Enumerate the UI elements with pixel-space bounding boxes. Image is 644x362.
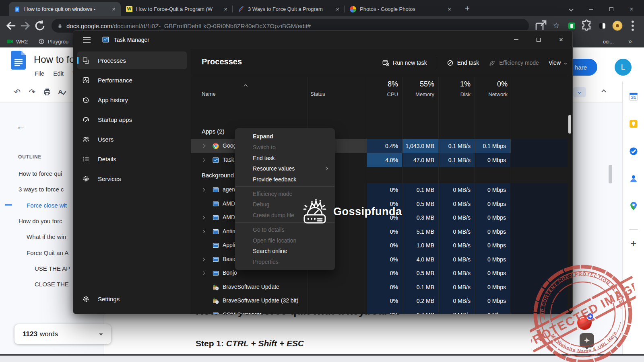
view-button[interactable]: View bbox=[549, 60, 567, 66]
bookmark-item[interactable]: WR2 bbox=[6, 38, 28, 45]
sidebar-item-users[interactable]: Users bbox=[77, 130, 187, 148]
hide-outline-icon[interactable]: ← bbox=[16, 121, 26, 132]
browser-tab[interactable]: W How to Force-Quit a Program (W × bbox=[121, 2, 233, 16]
redo-icon[interactable]: ↷ bbox=[28, 86, 37, 97]
window-minimize-icon[interactable] bbox=[589, 9, 593, 10]
efficiency-mode-button[interactable]: Efficiency mode bbox=[489, 60, 539, 66]
tm-maximize-button[interactable] bbox=[527, 31, 550, 49]
editing-mode-dropdown[interactable] bbox=[573, 87, 586, 97]
browser-tab[interactable]: 3 Ways to Force Quit a Program × bbox=[233, 2, 345, 16]
bookmarks-overflow-icon[interactable]: » bbox=[628, 38, 632, 45]
maps-app-icon[interactable] bbox=[629, 201, 638, 211]
contacts-app-icon[interactable] bbox=[629, 174, 638, 183]
word-count-pill[interactable]: 1123 words bbox=[14, 324, 111, 344]
tab-close-icon[interactable]: × bbox=[334, 6, 341, 12]
browser-tab[interactable]: Photos - Google Photos × bbox=[345, 2, 456, 16]
run-new-task-button[interactable]: Run new task bbox=[382, 60, 427, 66]
keep-app-icon[interactable] bbox=[629, 119, 638, 129]
document-title[interactable]: How to fo bbox=[34, 54, 74, 65]
collapse-toolbar-icon[interactable] bbox=[602, 88, 605, 95]
stat-column-header[interactable]: 8% CPU bbox=[367, 80, 402, 97]
tm-scrollbar-thumb[interactable] bbox=[568, 115, 571, 134]
reload-icon[interactable] bbox=[34, 20, 46, 32]
window-restore-icon[interactable] bbox=[609, 7, 613, 11]
bookmark-item-truncated[interactable]: oci... bbox=[603, 39, 614, 45]
print-icon[interactable] bbox=[43, 86, 52, 97]
hamburger-menu-icon[interactable] bbox=[83, 37, 91, 43]
browser-profile-avatar[interactable] bbox=[611, 19, 624, 32]
outline-item[interactable]: What if the win bbox=[0, 229, 73, 245]
end-task-button[interactable]: End task bbox=[447, 60, 479, 66]
undo-icon[interactable]: ↶ bbox=[13, 86, 22, 97]
expand-chevron-icon[interactable] bbox=[202, 230, 205, 233]
outline-item[interactable]: 3 ways to force c bbox=[0, 181, 73, 197]
expand-chevron-icon[interactable] bbox=[202, 272, 205, 275]
tab-close-icon[interactable]: × bbox=[223, 6, 229, 12]
sidebar-item-processes[interactable]: Processes bbox=[77, 51, 187, 69]
tab-close-icon[interactable]: × bbox=[111, 6, 117, 12]
process-row[interactable]: BraveSoftware Update 0% 0.1 MB 0 MB/s 0 … bbox=[191, 280, 568, 294]
docs-menu-item[interactable]: File bbox=[35, 70, 44, 77]
context-menu-item[interactable]: Provide feedback bbox=[235, 174, 335, 185]
sidebar-item-services[interactable]: Services bbox=[77, 170, 187, 187]
tab-close-icon[interactable]: × bbox=[446, 6, 452, 12]
sidebar-item-settings[interactable]: Settings bbox=[77, 290, 187, 308]
tm-minimize-button[interactable] bbox=[505, 31, 527, 49]
task-manager-titlebar[interactable]: Task Manager × bbox=[73, 31, 572, 49]
sidebar-item-details[interactable]: Details bbox=[77, 150, 187, 168]
context-menu-item[interactable]: Properties bbox=[235, 257, 335, 267]
column-header-status[interactable]: Status bbox=[310, 91, 325, 97]
sidebar-item-performance[interactable]: Performance bbox=[77, 71, 187, 89]
expand-chevron-icon[interactable] bbox=[202, 188, 205, 191]
sidebar-item-startup-apps[interactable]: Startup apps bbox=[77, 111, 187, 128]
context-menu-item[interactable]: Switch to bbox=[235, 142, 335, 153]
context-menu-label: Expand bbox=[253, 133, 273, 140]
tasks-app-icon[interactable] bbox=[629, 146, 638, 156]
column-header-name[interactable]: Name bbox=[202, 91, 216, 97]
docs-menu-item[interactable]: Edit bbox=[53, 70, 64, 77]
stat-column-header[interactable]: 0% Network bbox=[476, 80, 512, 97]
row-padding bbox=[511, 183, 568, 197]
dark-mode-extension-icon[interactable] bbox=[596, 19, 609, 32]
browser-tab[interactable]: How to force quit on windows - × bbox=[9, 2, 121, 16]
stat-label: CPU bbox=[387, 91, 398, 97]
process-row[interactable]: COM Surrogate 0% 0.4 MB 0 MB/s 0 Mbps bbox=[191, 308, 568, 314]
account-avatar[interactable]: L bbox=[615, 59, 632, 76]
tm-close-button[interactable]: × bbox=[550, 31, 572, 49]
outline-item[interactable]: USE THE AP bbox=[0, 261, 73, 276]
new-tab-button[interactable]: + bbox=[462, 4, 473, 13]
outline-item[interactable]: How do you forc bbox=[0, 213, 73, 229]
context-menu-item[interactable]: Open file location bbox=[235, 235, 335, 246]
context-menu-item[interactable]: Expand bbox=[235, 131, 335, 142]
outline-item[interactable]: CLOSE THE bbox=[0, 276, 73, 292]
get-add-ons-icon[interactable]: + bbox=[630, 239, 636, 248]
outline-item[interactable]: How to force qui bbox=[0, 166, 73, 181]
disk-cell: 0 MB/s bbox=[439, 280, 475, 294]
word-count-caret-icon[interactable] bbox=[99, 333, 103, 337]
process-row[interactable]: BraveSoftware Update (32 bit) 0% 0.2 MB … bbox=[191, 294, 568, 308]
sort-ascending-icon[interactable] bbox=[244, 82, 247, 89]
window-menu-chevron-icon[interactable] bbox=[569, 7, 573, 11]
bookmark-item[interactable]: Playgrou bbox=[38, 38, 68, 45]
expand-chevron-icon[interactable] bbox=[202, 216, 205, 219]
extensions-puzzle-icon[interactable] bbox=[580, 19, 593, 32]
context-menu-item[interactable]: Search online bbox=[235, 246, 335, 257]
tab-title: 3 Ways to Force Quit a Program bbox=[248, 6, 331, 12]
window-close-icon[interactable]: × bbox=[630, 7, 634, 11]
context-menu-item[interactable]: Resource values bbox=[235, 163, 335, 174]
expand-chevron-icon[interactable] bbox=[202, 158, 205, 161]
spellcheck-icon[interactable]: A bbox=[58, 86, 66, 97]
expand-chevron-icon[interactable] bbox=[202, 257, 205, 261]
outline-item[interactable]: Force Quit an A bbox=[0, 245, 73, 260]
stat-column-header[interactable]: 1% Disk bbox=[439, 80, 475, 97]
context-menu-item[interactable]: End task bbox=[235, 152, 335, 163]
docs-scrollbar-thumb[interactable] bbox=[609, 165, 612, 183]
calendar-app-icon[interactable]: 31 bbox=[629, 92, 638, 101]
back-icon[interactable] bbox=[5, 20, 17, 32]
forward-icon[interactable] bbox=[19, 20, 31, 32]
sidebar-item-app-history[interactable]: App history bbox=[77, 91, 187, 109]
stat-column-header[interactable]: 55% Memory bbox=[403, 80, 438, 97]
browser-menu-icon[interactable] bbox=[626, 19, 639, 32]
expand-chevron-icon[interactable] bbox=[202, 144, 205, 148]
cpu-cell: 4.0% bbox=[367, 153, 402, 167]
